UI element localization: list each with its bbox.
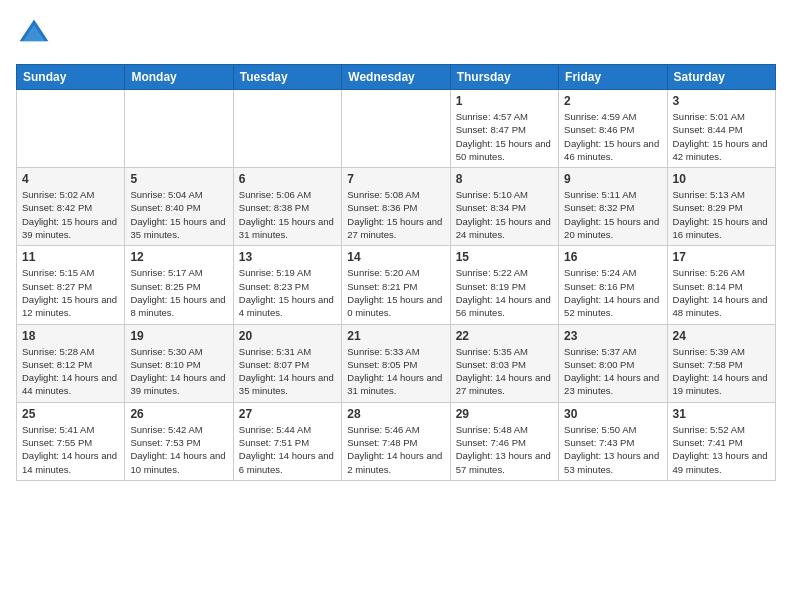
calendar-cell: 18 Sunrise: 5:28 AMSunset: 8:12 PMDaylig… bbox=[17, 324, 125, 402]
day-info: Sunrise: 5:41 AMSunset: 7:55 PMDaylight:… bbox=[22, 423, 119, 476]
day-number: 6 bbox=[239, 172, 336, 186]
day-info: Sunrise: 5:20 AMSunset: 8:21 PMDaylight:… bbox=[347, 266, 444, 319]
day-number: 30 bbox=[564, 407, 661, 421]
calendar-cell: 6 Sunrise: 5:06 AMSunset: 8:38 PMDayligh… bbox=[233, 168, 341, 246]
day-info: Sunrise: 5:02 AMSunset: 8:42 PMDaylight:… bbox=[22, 188, 119, 241]
col-header-wednesday: Wednesday bbox=[342, 65, 450, 90]
day-info: Sunrise: 5:48 AMSunset: 7:46 PMDaylight:… bbox=[456, 423, 553, 476]
day-number: 14 bbox=[347, 250, 444, 264]
day-info: Sunrise: 5:13 AMSunset: 8:29 PMDaylight:… bbox=[673, 188, 770, 241]
day-number: 12 bbox=[130, 250, 227, 264]
day-number: 4 bbox=[22, 172, 119, 186]
day-number: 2 bbox=[564, 94, 661, 108]
calendar-cell: 22 Sunrise: 5:35 AMSunset: 8:03 PMDaylig… bbox=[450, 324, 558, 402]
day-info: Sunrise: 5:39 AMSunset: 7:58 PMDaylight:… bbox=[673, 345, 770, 398]
calendar-cell: 19 Sunrise: 5:30 AMSunset: 8:10 PMDaylig… bbox=[125, 324, 233, 402]
calendar-cell: 24 Sunrise: 5:39 AMSunset: 7:58 PMDaylig… bbox=[667, 324, 775, 402]
day-number: 23 bbox=[564, 329, 661, 343]
day-info: Sunrise: 5:04 AMSunset: 8:40 PMDaylight:… bbox=[130, 188, 227, 241]
day-number: 5 bbox=[130, 172, 227, 186]
calendar-header-row: SundayMondayTuesdayWednesdayThursdayFrid… bbox=[17, 65, 776, 90]
calendar-cell: 29 Sunrise: 5:48 AMSunset: 7:46 PMDaylig… bbox=[450, 402, 558, 480]
calendar-cell: 14 Sunrise: 5:20 AMSunset: 8:21 PMDaylig… bbox=[342, 246, 450, 324]
day-number: 26 bbox=[130, 407, 227, 421]
day-info: Sunrise: 5:06 AMSunset: 8:38 PMDaylight:… bbox=[239, 188, 336, 241]
calendar-cell: 9 Sunrise: 5:11 AMSunset: 8:32 PMDayligh… bbox=[559, 168, 667, 246]
day-info: Sunrise: 5:44 AMSunset: 7:51 PMDaylight:… bbox=[239, 423, 336, 476]
calendar-cell: 21 Sunrise: 5:33 AMSunset: 8:05 PMDaylig… bbox=[342, 324, 450, 402]
calendar-cell: 1 Sunrise: 4:57 AMSunset: 8:47 PMDayligh… bbox=[450, 90, 558, 168]
day-info: Sunrise: 5:35 AMSunset: 8:03 PMDaylight:… bbox=[456, 345, 553, 398]
day-info: Sunrise: 5:22 AMSunset: 8:19 PMDaylight:… bbox=[456, 266, 553, 319]
calendar-cell: 31 Sunrise: 5:52 AMSunset: 7:41 PMDaylig… bbox=[667, 402, 775, 480]
day-info: Sunrise: 5:46 AMSunset: 7:48 PMDaylight:… bbox=[347, 423, 444, 476]
logo-icon bbox=[16, 16, 52, 52]
day-info: Sunrise: 5:26 AMSunset: 8:14 PMDaylight:… bbox=[673, 266, 770, 319]
calendar-cell: 23 Sunrise: 5:37 AMSunset: 8:00 PMDaylig… bbox=[559, 324, 667, 402]
day-info: Sunrise: 5:42 AMSunset: 7:53 PMDaylight:… bbox=[130, 423, 227, 476]
calendar-table: SundayMondayTuesdayWednesdayThursdayFrid… bbox=[16, 64, 776, 481]
day-info: Sunrise: 5:01 AMSunset: 8:44 PMDaylight:… bbox=[673, 110, 770, 163]
calendar-cell: 25 Sunrise: 5:41 AMSunset: 7:55 PMDaylig… bbox=[17, 402, 125, 480]
calendar-cell: 27 Sunrise: 5:44 AMSunset: 7:51 PMDaylig… bbox=[233, 402, 341, 480]
calendar-cell: 20 Sunrise: 5:31 AMSunset: 8:07 PMDaylig… bbox=[233, 324, 341, 402]
calendar-week-row: 4 Sunrise: 5:02 AMSunset: 8:42 PMDayligh… bbox=[17, 168, 776, 246]
day-number: 27 bbox=[239, 407, 336, 421]
day-info: Sunrise: 5:10 AMSunset: 8:34 PMDaylight:… bbox=[456, 188, 553, 241]
calendar-cell bbox=[125, 90, 233, 168]
calendar-cell: 5 Sunrise: 5:04 AMSunset: 8:40 PMDayligh… bbox=[125, 168, 233, 246]
day-info: Sunrise: 5:17 AMSunset: 8:25 PMDaylight:… bbox=[130, 266, 227, 319]
col-header-friday: Friday bbox=[559, 65, 667, 90]
calendar-week-row: 18 Sunrise: 5:28 AMSunset: 8:12 PMDaylig… bbox=[17, 324, 776, 402]
day-info: Sunrise: 5:19 AMSunset: 8:23 PMDaylight:… bbox=[239, 266, 336, 319]
day-info: Sunrise: 5:08 AMSunset: 8:36 PMDaylight:… bbox=[347, 188, 444, 241]
day-info: Sunrise: 5:33 AMSunset: 8:05 PMDaylight:… bbox=[347, 345, 444, 398]
day-info: Sunrise: 5:52 AMSunset: 7:41 PMDaylight:… bbox=[673, 423, 770, 476]
day-info: Sunrise: 5:28 AMSunset: 8:12 PMDaylight:… bbox=[22, 345, 119, 398]
calendar-cell: 26 Sunrise: 5:42 AMSunset: 7:53 PMDaylig… bbox=[125, 402, 233, 480]
calendar-cell: 28 Sunrise: 5:46 AMSunset: 7:48 PMDaylig… bbox=[342, 402, 450, 480]
day-number: 10 bbox=[673, 172, 770, 186]
calendar-cell: 11 Sunrise: 5:15 AMSunset: 8:27 PMDaylig… bbox=[17, 246, 125, 324]
calendar-cell: 4 Sunrise: 5:02 AMSunset: 8:42 PMDayligh… bbox=[17, 168, 125, 246]
calendar-cell: 2 Sunrise: 4:59 AMSunset: 8:46 PMDayligh… bbox=[559, 90, 667, 168]
col-header-saturday: Saturday bbox=[667, 65, 775, 90]
day-number: 9 bbox=[564, 172, 661, 186]
calendar-week-row: 11 Sunrise: 5:15 AMSunset: 8:27 PMDaylig… bbox=[17, 246, 776, 324]
calendar-cell: 7 Sunrise: 5:08 AMSunset: 8:36 PMDayligh… bbox=[342, 168, 450, 246]
calendar-cell: 8 Sunrise: 5:10 AMSunset: 8:34 PMDayligh… bbox=[450, 168, 558, 246]
calendar-cell: 12 Sunrise: 5:17 AMSunset: 8:25 PMDaylig… bbox=[125, 246, 233, 324]
day-number: 13 bbox=[239, 250, 336, 264]
calendar-cell bbox=[17, 90, 125, 168]
day-number: 24 bbox=[673, 329, 770, 343]
calendar-cell: 15 Sunrise: 5:22 AMSunset: 8:19 PMDaylig… bbox=[450, 246, 558, 324]
day-number: 3 bbox=[673, 94, 770, 108]
calendar-cell bbox=[342, 90, 450, 168]
day-info: Sunrise: 5:30 AMSunset: 8:10 PMDaylight:… bbox=[130, 345, 227, 398]
day-number: 25 bbox=[22, 407, 119, 421]
calendar-week-row: 1 Sunrise: 4:57 AMSunset: 8:47 PMDayligh… bbox=[17, 90, 776, 168]
day-info: Sunrise: 4:59 AMSunset: 8:46 PMDaylight:… bbox=[564, 110, 661, 163]
calendar-cell: 17 Sunrise: 5:26 AMSunset: 8:14 PMDaylig… bbox=[667, 246, 775, 324]
day-number: 1 bbox=[456, 94, 553, 108]
day-info: Sunrise: 5:24 AMSunset: 8:16 PMDaylight:… bbox=[564, 266, 661, 319]
day-number: 19 bbox=[130, 329, 227, 343]
calendar-cell: 30 Sunrise: 5:50 AMSunset: 7:43 PMDaylig… bbox=[559, 402, 667, 480]
day-info: Sunrise: 5:15 AMSunset: 8:27 PMDaylight:… bbox=[22, 266, 119, 319]
day-info: Sunrise: 5:37 AMSunset: 8:00 PMDaylight:… bbox=[564, 345, 661, 398]
calendar-cell: 3 Sunrise: 5:01 AMSunset: 8:44 PMDayligh… bbox=[667, 90, 775, 168]
calendar-cell: 13 Sunrise: 5:19 AMSunset: 8:23 PMDaylig… bbox=[233, 246, 341, 324]
day-number: 16 bbox=[564, 250, 661, 264]
calendar-cell bbox=[233, 90, 341, 168]
day-number: 28 bbox=[347, 407, 444, 421]
day-number: 8 bbox=[456, 172, 553, 186]
day-number: 22 bbox=[456, 329, 553, 343]
day-number: 31 bbox=[673, 407, 770, 421]
day-number: 18 bbox=[22, 329, 119, 343]
calendar-week-row: 25 Sunrise: 5:41 AMSunset: 7:55 PMDaylig… bbox=[17, 402, 776, 480]
day-info: Sunrise: 5:11 AMSunset: 8:32 PMDaylight:… bbox=[564, 188, 661, 241]
col-header-monday: Monday bbox=[125, 65, 233, 90]
col-header-sunday: Sunday bbox=[17, 65, 125, 90]
day-number: 21 bbox=[347, 329, 444, 343]
day-number: 29 bbox=[456, 407, 553, 421]
